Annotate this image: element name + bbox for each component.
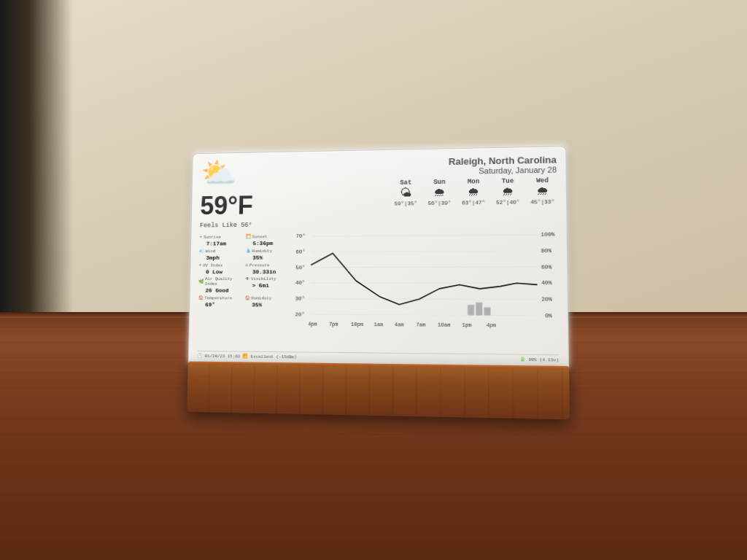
indoor-temp-label: 🏠 Temperature xyxy=(198,295,242,300)
uv-label: ☀ UV Index xyxy=(199,262,243,268)
wind-value: 3mph xyxy=(199,254,243,261)
weather-stats-grid: ☀ Sunrise 7:17am 🌅 Sunset 5:36pm xyxy=(198,233,290,308)
forecast-day-icon: 🌧 xyxy=(468,187,479,198)
battery-level: 99% (4.13v) xyxy=(528,357,559,362)
status-right: 🔋 99% (4.13v) xyxy=(520,357,559,363)
svg-text:7pm: 7pm xyxy=(329,322,338,327)
svg-text:60°: 60° xyxy=(295,249,305,255)
svg-text:100%: 100% xyxy=(541,232,555,238)
forecast-day-temps: 56°|39° xyxy=(428,201,452,206)
indoor-humidity-stat: 🏠 Humidity 35% xyxy=(245,295,290,308)
aqi-value: 26 Good xyxy=(198,287,242,294)
pressure-stat: ⊙ Pressure 30.33in xyxy=(245,262,290,275)
svg-text:70°: 70° xyxy=(296,233,306,239)
svg-text:10pm: 10pm xyxy=(351,322,363,327)
forecast-day-temps: 59°|35° xyxy=(394,201,417,206)
wind-stat: 💨 Wind 3mph xyxy=(199,248,243,261)
forecast-day-name: Mon xyxy=(468,178,480,185)
svg-text:4pm: 4pm xyxy=(487,322,496,328)
sunrise-value: 7:17am xyxy=(199,240,243,246)
clock-icon: 🕐 xyxy=(197,353,202,359)
wooden-stand xyxy=(187,362,570,420)
sunset-stat: 🌅 Sunset 5:36pm xyxy=(246,233,290,246)
forecast-row: Sat 🌤 59°|35° Sun 🌧 56°|39° Mon 🌧 63°|47… xyxy=(295,177,557,208)
forecast-day-name: Sat xyxy=(400,179,411,187)
forecast-panel: Raleigh, North Carolina Saturday, Januar… xyxy=(293,154,559,353)
svg-text:7am: 7am xyxy=(416,322,425,327)
svg-text:1pm: 1pm xyxy=(462,322,471,328)
pressure-icon: ⊙ xyxy=(245,262,248,268)
wifi-icon: 📶 xyxy=(243,354,248,359)
humidity-label: 💧 Humidity xyxy=(246,248,290,254)
wind-label: 💨 Wind xyxy=(199,248,243,254)
svg-rect-18 xyxy=(468,305,474,315)
wifi-strength: Excellent (-15dBm) xyxy=(251,354,297,359)
chart-svg: 70° 60° 50° 40° 30° 20° 100% 80% 60% 40%… xyxy=(293,209,559,353)
indoor-humidity-label: 🏠 Humidity xyxy=(245,295,290,301)
forecast-day-name: Wed xyxy=(536,177,549,184)
forecast-day-icon: 🌤 xyxy=(400,188,411,200)
forecast-day-temps: 45°|33° xyxy=(530,199,554,205)
pressure-label: ⊙ Pressure xyxy=(245,262,290,268)
aqi-stat: 🌿 Air Quality Index 26 Good xyxy=(198,276,242,294)
display-content: ⛅ 59°F Feels Like 56° ☀ Sunrise 7:17am xyxy=(197,154,559,362)
svg-rect-19 xyxy=(476,303,482,316)
current-temperature: 59°F xyxy=(200,192,290,219)
forecast-day-wed: Wed 🌧 45°|33° xyxy=(528,177,557,206)
svg-line-16 xyxy=(311,299,538,300)
forecast-day-sun: Sun 🌧 56°|39° xyxy=(425,179,453,206)
svg-text:80%: 80% xyxy=(541,248,552,254)
forecast-day-tue: Tue 🌧 52°|40° xyxy=(493,177,522,206)
forecast-day-temps: 52°|40° xyxy=(496,200,520,206)
svg-text:20%: 20% xyxy=(541,297,552,303)
svg-rect-20 xyxy=(484,307,490,315)
svg-text:50°: 50° xyxy=(295,265,305,271)
uv-stat: ☀ UV Index 0 Low xyxy=(199,262,243,276)
battery-icon: 🔋 xyxy=(520,357,525,362)
visibility-value: > 6mi xyxy=(245,282,290,289)
device-wrapper: ⛅ 59°F Feels Like 56° ☀ Sunrise 7:17am xyxy=(187,146,570,419)
svg-text:60%: 60% xyxy=(541,264,552,270)
forecast-day-temps: 63°|47° xyxy=(462,200,485,206)
top-section: ⛅ 59°F Feels Like 56° ☀ Sunrise 7:17am xyxy=(197,154,559,353)
sunset-label: 🌅 Sunset xyxy=(246,233,290,239)
forecast-day-sat: Sat 🌤 59°|35° xyxy=(392,179,419,207)
sunrise-stat: ☀ Sunrise 7:17am xyxy=(199,234,243,247)
svg-text:10am: 10am xyxy=(438,322,450,327)
svg-text:4am: 4am xyxy=(395,322,404,327)
svg-line-17 xyxy=(311,314,538,316)
svg-text:4pm: 4pm xyxy=(308,321,317,327)
aqi-label: 🌿 Air Quality Index xyxy=(198,276,242,287)
forecast-day-icon: 🌧 xyxy=(502,187,514,198)
timestamp: 01/28/23 15:03 xyxy=(205,353,240,358)
temperature-chart: 70° 60° 50° 40° 30° 20° 100% 80% 60% 40%… xyxy=(293,209,559,353)
forecast-day-icon: 🌧 xyxy=(536,186,549,198)
current-weather-icon: ⛅ xyxy=(201,159,291,190)
status-left: 🕐 01/28/23 15:03 📶 Excellent (-15dBm) xyxy=(197,353,296,360)
aqi-icon: 🌿 xyxy=(198,279,204,284)
svg-text:1am: 1am xyxy=(374,322,383,327)
forecast-day-name: Sun xyxy=(433,179,445,186)
uv-value: 0 Low xyxy=(199,268,243,275)
forecast-day-name: Tue xyxy=(502,178,514,185)
status-bar: 🕐 01/28/23 15:03 📶 Excellent (-15dBm) 🔋 … xyxy=(197,351,559,363)
svg-text:30°: 30° xyxy=(295,296,305,302)
wind-icon: 💨 xyxy=(199,248,204,254)
svg-text:40%: 40% xyxy=(541,280,552,286)
sunset-value: 5:36pm xyxy=(246,240,290,246)
svg-line-13 xyxy=(311,251,537,252)
visibility-label: 👁 Visibility xyxy=(245,276,290,281)
indoor-temp-stat: 🏠 Temperature 69° xyxy=(198,295,242,308)
svg-line-12 xyxy=(311,235,537,236)
indoor-humidity-icon: 🏠 xyxy=(245,295,250,301)
humidity-stat: 💧 Humidity 35% xyxy=(246,248,290,261)
location-header: Raleigh, North Carolina Saturday, Januar… xyxy=(295,154,557,178)
pressure-value: 30.33in xyxy=(245,268,290,275)
indoor-humidity-value: 35% xyxy=(245,301,290,308)
sunrise-label: ☀ Sunrise xyxy=(200,234,244,240)
sunset-icon: 🌅 xyxy=(246,234,251,240)
svg-text:40°: 40° xyxy=(295,280,305,286)
indoor-temp-value: 69° xyxy=(198,301,242,308)
feels-like: Feels Like 56° xyxy=(200,222,290,230)
uv-icon: ☀ xyxy=(199,262,202,268)
